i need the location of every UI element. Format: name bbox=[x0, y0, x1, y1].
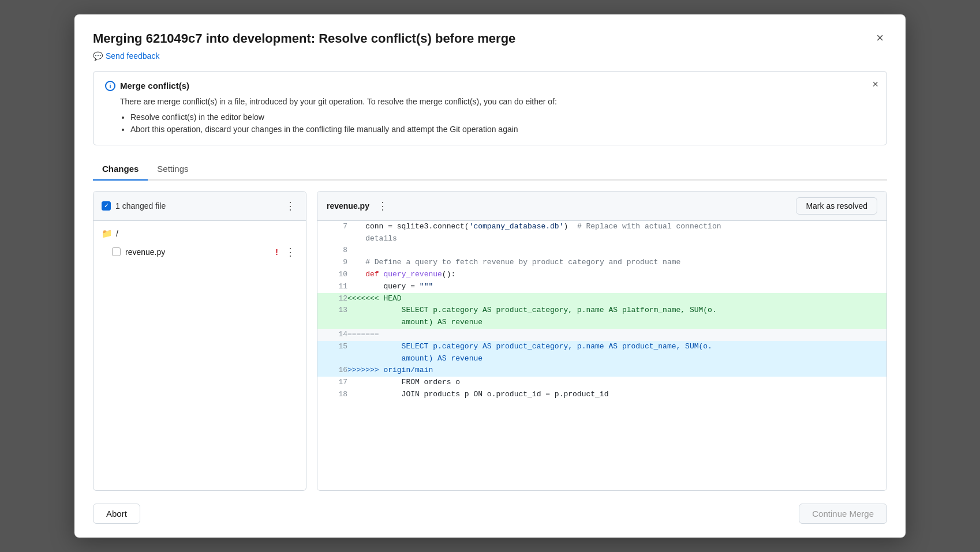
right-panel-header: revenue.py ⋮ Mark as resolved bbox=[317, 191, 887, 221]
bottom-bar: Abort Continue Merge bbox=[93, 504, 887, 524]
file-tab-name: revenue.py bbox=[327, 201, 369, 211]
code-editor[interactable]: 7 conn = sqlite3.connect('company_databa… bbox=[317, 221, 887, 490]
modal-title: Merging 621049c7 into development: Resol… bbox=[93, 31, 515, 47]
code-line-15: 15 SELECT p.category AS product_category… bbox=[317, 341, 887, 353]
tab-changes[interactable]: Changes bbox=[93, 159, 148, 181]
code-line-17: 17 FROM orders o bbox=[317, 377, 887, 389]
code-line-12: 12 <<<<<<< HEAD bbox=[317, 293, 887, 305]
code-line-8: 8 bbox=[317, 245, 887, 257]
code-line-16: 16 >>>>>>> origin/main bbox=[317, 365, 887, 377]
code-line-10: 10 def query_revenue(): bbox=[317, 269, 887, 281]
file-row-revenue[interactable]: revenue.py ! ⋮ bbox=[93, 242, 306, 262]
code-line-13-cont: amount) AS revenue bbox=[317, 317, 887, 329]
code-line-18: 18 JOIN products p ON o.product_id = p.p… bbox=[317, 389, 887, 401]
feedback-icon: 💬 bbox=[93, 51, 103, 61]
mark-resolved-button[interactable]: Mark as resolved bbox=[796, 197, 877, 215]
tab-settings[interactable]: Settings bbox=[148, 159, 197, 181]
file-tree: 📁 / revenue.py ! ⋮ bbox=[93, 221, 306, 490]
conflict-badge: ! bbox=[275, 247, 278, 257]
folder-icon: 📁 bbox=[102, 228, 113, 239]
changed-count: ✓ 1 changed file bbox=[102, 201, 166, 211]
info-banner-header: i Merge conflict(s) bbox=[105, 81, 875, 91]
info-banner: i Merge conflict(s) There are merge conf… bbox=[93, 71, 887, 145]
file-options-button[interactable]: ⋮ bbox=[375, 198, 390, 213]
left-panel-header: ✓ 1 changed file ⋮ bbox=[93, 191, 306, 221]
code-line-13: 13 SELECT p.category AS product_category… bbox=[317, 305, 887, 317]
file-checkbox[interactable] bbox=[112, 247, 121, 256]
code-line-14: 14 ======= bbox=[317, 329, 887, 341]
merge-conflict-modal: Merging 621049c7 into development: Resol… bbox=[74, 14, 906, 538]
folder-row-root: 📁 / bbox=[93, 226, 306, 242]
right-panel: revenue.py ⋮ Mark as resolved 7 conn = s… bbox=[317, 191, 887, 491]
modal-header: Merging 621049c7 into development: Resol… bbox=[93, 31, 887, 47]
left-panel: ✓ 1 changed file ⋮ 📁 / revenue.py ! ⋮ bbox=[93, 191, 306, 491]
code-line-7-cont: details bbox=[317, 233, 887, 245]
abort-button[interactable]: Abort bbox=[93, 504, 140, 524]
files-menu-button[interactable]: ⋮ bbox=[283, 198, 298, 213]
code-line-15-cont: amount) AS revenue bbox=[317, 353, 887, 365]
info-bullet-2: Abort this operation, discard your chang… bbox=[130, 123, 875, 136]
code-line-11: 11 query = """ bbox=[317, 281, 887, 293]
continue-merge-button: Continue Merge bbox=[799, 504, 887, 524]
info-banner-body: There are merge conflict(s) in a file, i… bbox=[120, 96, 875, 136]
file-menu-button[interactable]: ⋮ bbox=[283, 245, 298, 260]
info-banner-close-button[interactable]: × bbox=[872, 78, 878, 91]
select-all-checkbox[interactable]: ✓ bbox=[102, 201, 111, 211]
code-table: 7 conn = sqlite3.connect('company_databa… bbox=[317, 221, 887, 401]
feedback-link[interactable]: 💬 Send feedback bbox=[93, 51, 159, 61]
tabs-bar: Changes Settings bbox=[93, 159, 887, 181]
info-bullet-1: Resolve conflict(s) in the editor below bbox=[130, 111, 875, 123]
content-area: ✓ 1 changed file ⋮ 📁 / revenue.py ! ⋮ bbox=[93, 191, 887, 491]
modal-close-button[interactable]: × bbox=[873, 31, 887, 46]
info-icon: i bbox=[105, 81, 115, 91]
code-line-7: 7 conn = sqlite3.connect('company_databa… bbox=[317, 221, 887, 233]
code-line-9: 9 # Define a query to fetch revenue by p… bbox=[317, 257, 887, 269]
